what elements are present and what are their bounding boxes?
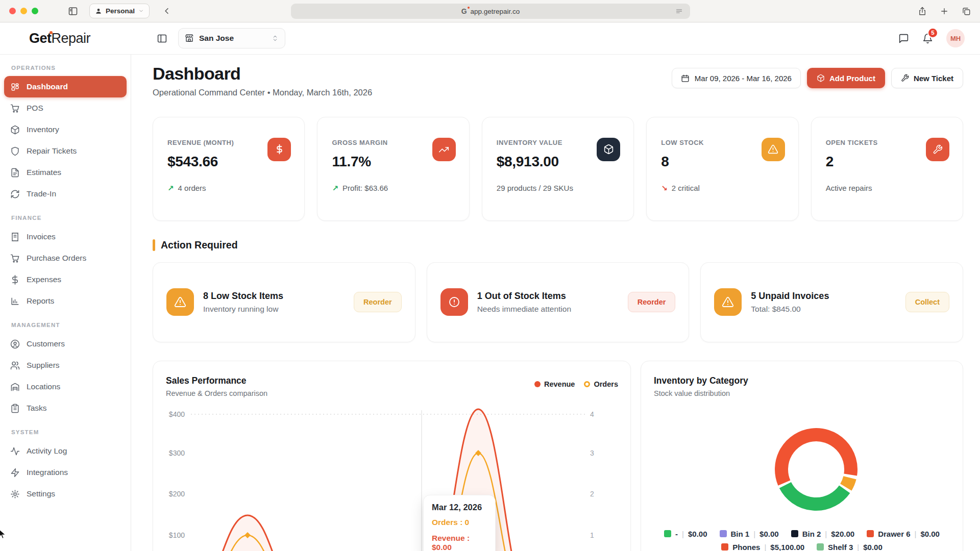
- sidebar-item-label: Purchase Orders: [27, 254, 86, 263]
- legend-swatch: [720, 530, 727, 537]
- sidebar-section-management: MANAGEMENT: [11, 322, 127, 328]
- date-range-label: Mar 09, 2026 - Mar 16, 2026: [695, 74, 792, 83]
- kpi-card-open-tickets: OPEN TICKETS 2 Active repairs: [811, 117, 963, 221]
- sidebar-section-operations: OPERATIONS: [11, 65, 127, 71]
- sidebar-collapse-icon[interactable]: [157, 33, 167, 44]
- donut-segment-phones[interactable]: [781, 435, 851, 483]
- kpi-card-inventory-value: INVENTORY VALUE $8,913.00 29 products / …: [482, 117, 634, 221]
- messages-icon[interactable]: [898, 33, 909, 44]
- sidebar-item-dashboard[interactable]: Dashboard: [4, 76, 127, 97]
- notifications-button[interactable]: 5: [922, 33, 933, 44]
- zoom-window-button[interactable]: [32, 8, 38, 14]
- legend-name: Phones: [732, 543, 760, 551]
- bar-chart-icon: [10, 296, 20, 306]
- package-icon: [817, 74, 825, 82]
- inventory-by-category-panel: Inventory by Category Stock value distri…: [641, 361, 963, 551]
- site-favicon: G: [461, 7, 467, 15]
- location-selector[interactable]: San Jose: [178, 28, 285, 48]
- sidebar-item-settings[interactable]: Settings: [4, 483, 127, 505]
- close-window-button[interactable]: [9, 8, 16, 14]
- legend-value: $0.00: [915, 530, 940, 538]
- action-card-unpaid-invoices: 5 Unpaid Invoices Total: $845.00 Collect: [700, 262, 963, 342]
- avatar[interactable]: MH: [946, 29, 965, 47]
- chevron-down-icon: [138, 8, 144, 14]
- alert-triangle-icon: [166, 288, 194, 316]
- minimize-window-button[interactable]: [20, 8, 27, 14]
- legend-item: Phones$5,100.00: [721, 543, 804, 551]
- sidebar-item-activity-log[interactable]: Activity Log: [4, 440, 127, 462]
- y-axis-tick-right: 1: [590, 531, 594, 539]
- y-axis-tick: $300: [169, 449, 185, 457]
- inventory-panel-subtitle: Stock value distribution: [654, 389, 730, 397]
- inventory-donut-chart[interactable]: [765, 418, 867, 522]
- sales-line-chart[interactable]: $400 $300 $200 $100 4 3 2 1: [153, 361, 631, 551]
- gear-icon: [10, 489, 20, 499]
- reorder-button[interactable]: Reorder: [354, 292, 402, 312]
- kpi-card-revenue: REVENUE (MONTH) $543.66 4 orders: [153, 117, 305, 221]
- sidebar-item-label: Activity Log: [27, 446, 67, 456]
- sidebar-item-reports[interactable]: Reports: [4, 290, 127, 312]
- browser-profile-button[interactable]: Personal: [89, 4, 150, 18]
- sidebar-item-integrations[interactable]: Integrations: [4, 462, 127, 483]
- sidebar-item-estimates[interactable]: Estimates: [4, 162, 127, 183]
- tooltip-date: Mar 12, 2026: [432, 503, 487, 512]
- sidebar-item-expenses[interactable]: Expenses: [4, 269, 127, 290]
- mouse-cursor: [0, 529, 7, 540]
- trend-up-icon: [167, 184, 174, 193]
- sidebar-item-locations[interactable]: Locations: [4, 376, 127, 397]
- sidebar-item-repair-tickets[interactable]: Repair Tickets: [4, 140, 127, 162]
- url-bar[interactable]: G app.getrepair.co: [291, 4, 690, 19]
- inventory-legend: -$0.00 Bin 1$0.00 Bin 2$20.00 Drawer 6$0…: [641, 530, 963, 551]
- url-text: app.getrepair.co: [471, 8, 520, 15]
- package-icon: [597, 138, 620, 161]
- browser-back-button[interactable]: [162, 6, 172, 16]
- app-logo[interactable]: GetRepair: [29, 31, 90, 46]
- y-axis-tick-right: 4: [590, 410, 594, 418]
- legend-value: $0.00: [682, 530, 707, 538]
- donut-segment-bin2[interactable]: [846, 478, 850, 487]
- sidebar-item-invoices[interactable]: Invoices: [4, 226, 127, 247]
- sidebar-item-label: Repair Tickets: [27, 146, 77, 156]
- collect-button[interactable]: Collect: [905, 292, 949, 312]
- tab-overview-icon[interactable]: [962, 7, 971, 16]
- browser-sidebar-icon[interactable]: [68, 6, 78, 16]
- sidebar-item-pos[interactable]: POS: [4, 97, 127, 119]
- sidebar-item-inventory[interactable]: Inventory: [4, 119, 127, 140]
- store-icon: [185, 34, 194, 43]
- person-icon: [95, 8, 102, 15]
- sidebar-item-purchase-orders[interactable]: Purchase Orders: [4, 247, 127, 269]
- sidebar-item-customers[interactable]: Customers: [4, 333, 127, 355]
- sidebar-item-label: Estimates: [27, 168, 61, 177]
- sidebar-item-label: Dashboard: [27, 82, 68, 91]
- date-range-picker[interactable]: Mar 09, 2026 - Mar 16, 2026: [672, 68, 801, 88]
- add-product-button[interactable]: Add Product: [807, 68, 885, 88]
- donut-segment-shelf[interactable]: [785, 485, 844, 504]
- legend-swatch: [721, 543, 728, 550]
- sidebar-item-label: Trade-In: [27, 189, 56, 198]
- dollar-icon: [10, 275, 20, 285]
- new-tab-icon[interactable]: [940, 7, 949, 16]
- chart-tooltip: Mar 12, 2026 Orders : 0 Revenue : $0.00: [423, 495, 496, 551]
- reader-view-icon[interactable]: [675, 8, 683, 17]
- legend-item: -$0.00: [664, 530, 707, 538]
- sidebar-item-tasks[interactable]: Tasks: [4, 397, 127, 419]
- users-icon: [10, 361, 20, 370]
- legend-value: $5,100.00: [764, 543, 804, 551]
- action-card-title: 5 Unpaid Invoices: [751, 291, 829, 302]
- reorder-button[interactable]: Reorder: [628, 292, 676, 312]
- y-axis-tick-right: 2: [590, 490, 594, 498]
- dollar-icon: [267, 138, 291, 161]
- sidebar-item-label: Locations: [27, 382, 60, 391]
- share-icon[interactable]: [918, 7, 927, 16]
- sidebar-item-suppliers[interactable]: Suppliers: [4, 355, 127, 376]
- new-ticket-button[interactable]: New Ticket: [891, 68, 963, 88]
- sidebar-item-trade-in[interactable]: Trade-In: [4, 183, 127, 205]
- trending-up-icon: [432, 138, 456, 161]
- sidebar-item-label: Invoices: [27, 232, 56, 241]
- user-circle-icon: [10, 339, 20, 349]
- zap-icon: [10, 468, 20, 478]
- legend-name: Bin 2: [802, 530, 821, 538]
- action-card-subtitle: Total: $845.00: [751, 305, 829, 314]
- y-axis-tick: $400: [169, 410, 185, 418]
- main-content: Dashboard Operational Command Center • M…: [131, 55, 980, 551]
